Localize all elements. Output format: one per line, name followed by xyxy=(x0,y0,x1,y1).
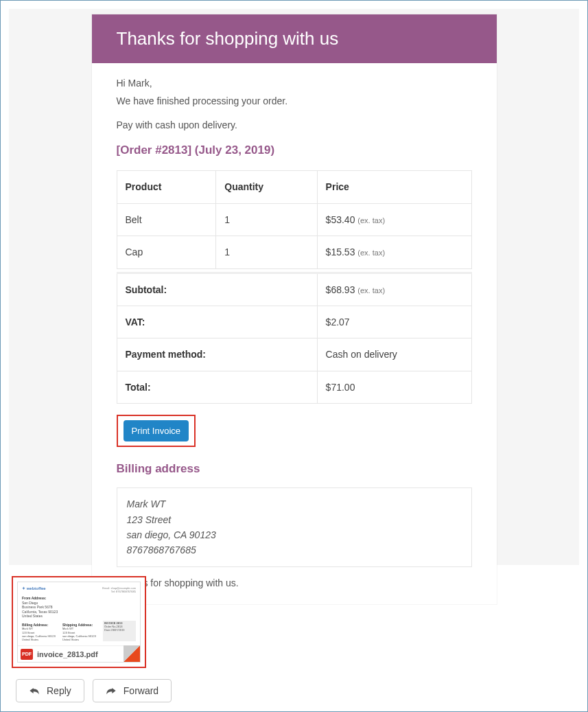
thumb-from-l4: United States xyxy=(22,614,136,619)
item-product: Belt xyxy=(117,203,216,236)
price-note: (ex. tax) xyxy=(357,249,385,257)
thumb-contact: Email: shop@example.com Tel: 87678687676… xyxy=(102,586,136,593)
forward-label: Forward xyxy=(124,685,158,696)
vat-label: VAT: xyxy=(117,306,317,338)
subtotal-note: (ex. tax) xyxy=(357,286,385,295)
billing-address-box: Mark WT 123 Street san diego, CA 90123 8… xyxy=(117,487,472,567)
email-header-title: Thanks for shopping with us xyxy=(92,14,497,63)
billing-street: 123 Street xyxy=(127,512,462,527)
reply-label: Reply xyxy=(47,685,71,696)
attachment-preview: ✦ webtoffee Email: shop@example.com Tel:… xyxy=(22,586,136,645)
total-value: $71.00 xyxy=(317,371,471,403)
email-action-row: Reply Forward xyxy=(16,679,172,702)
payment-label: Payment method: xyxy=(117,338,317,371)
pay-note-line: Pay with cash upon delivery. xyxy=(117,117,472,133)
table-row: Belt 1 $53.40 (ex. tax) xyxy=(117,203,471,236)
item-price: $53.40 (ex. tax) xyxy=(317,203,471,236)
item-product: Cap xyxy=(117,236,216,268)
attachment-thumbnail-highlight: ✦ webtoffee Email: shop@example.com Tel:… xyxy=(12,576,146,668)
forward-button[interactable]: Forward xyxy=(93,679,172,702)
price-value: $53.40 xyxy=(326,214,355,225)
processed-line: We have finished processing your order. xyxy=(117,93,472,108)
reply-icon xyxy=(29,686,40,696)
order-heading: [Order #2813] (July 23, 2019) xyxy=(117,141,472,159)
billing-name: Mark WT xyxy=(127,496,462,512)
vat-value: $2.07 xyxy=(317,306,471,338)
email-body: Hi Mark, We have finished processing you… xyxy=(92,63,497,604)
item-quantity: 1 xyxy=(216,236,317,268)
table-row: Cap 1 $15.53 (ex. tax) xyxy=(117,236,471,268)
thumb-bill-l4: United States xyxy=(22,638,60,641)
item-price: $15.53 (ex. tax) xyxy=(317,236,471,268)
greeting-line: Hi Mark, xyxy=(117,76,472,91)
subtotal-value: $68.93 (ex. tax) xyxy=(317,273,471,306)
fold-corner-icon xyxy=(124,645,140,662)
col-product: Product xyxy=(117,171,216,203)
billing-phone: 8767868767685 xyxy=(127,542,462,558)
billing-city: san diego, CA 90123 xyxy=(127,527,462,542)
order-summary-table: Subtotal: $68.93 (ex. tax) VAT: $2.07 Pa… xyxy=(117,272,472,404)
closing-line: Thanks for shopping with us. xyxy=(117,574,472,592)
print-invoice-highlight: Print Invoice xyxy=(117,415,196,447)
thumb-logo: ✦ webtoffee xyxy=(22,586,46,592)
price-note: (ex. tax) xyxy=(357,216,385,225)
thumb-ship-l4: United States xyxy=(62,638,100,641)
attachment-filename: invoice_2813.pdf xyxy=(37,650,98,658)
order-items-table: Product Quantity Price Belt 1 $53.40 (ex… xyxy=(117,170,472,268)
pdf-icon: PDF xyxy=(21,649,33,660)
print-invoice-button[interactable]: Print Invoice xyxy=(124,420,189,441)
item-quantity: 1 xyxy=(216,203,317,236)
reply-button[interactable]: Reply xyxy=(16,679,84,702)
thumb-tel: Tel: 8767868767685 xyxy=(111,590,136,593)
email-preview-container: Thanks for shopping with us Hi Mark, We … xyxy=(9,9,579,565)
price-value: $15.53 xyxy=(326,246,355,257)
forward-icon xyxy=(106,686,117,696)
attachment-thumbnail[interactable]: ✦ webtoffee Email: shop@example.com Tel:… xyxy=(17,582,141,663)
attachment-footer: PDF invoice_2813.pdf xyxy=(18,645,140,662)
email-card: Thanks for shopping with us Hi Mark, We … xyxy=(92,14,497,604)
payment-value: Cash on delivery xyxy=(317,338,471,371)
subtotal-label: Subtotal: xyxy=(117,273,317,306)
total-label: Total: xyxy=(117,371,317,403)
subtotal-amount: $68.93 xyxy=(326,284,355,295)
billing-heading: Billing address xyxy=(117,459,472,478)
thumb-ord-date: Date:23/07/2019 xyxy=(104,628,134,632)
col-quantity: Quantity xyxy=(216,171,317,203)
col-price: Price xyxy=(317,171,471,203)
